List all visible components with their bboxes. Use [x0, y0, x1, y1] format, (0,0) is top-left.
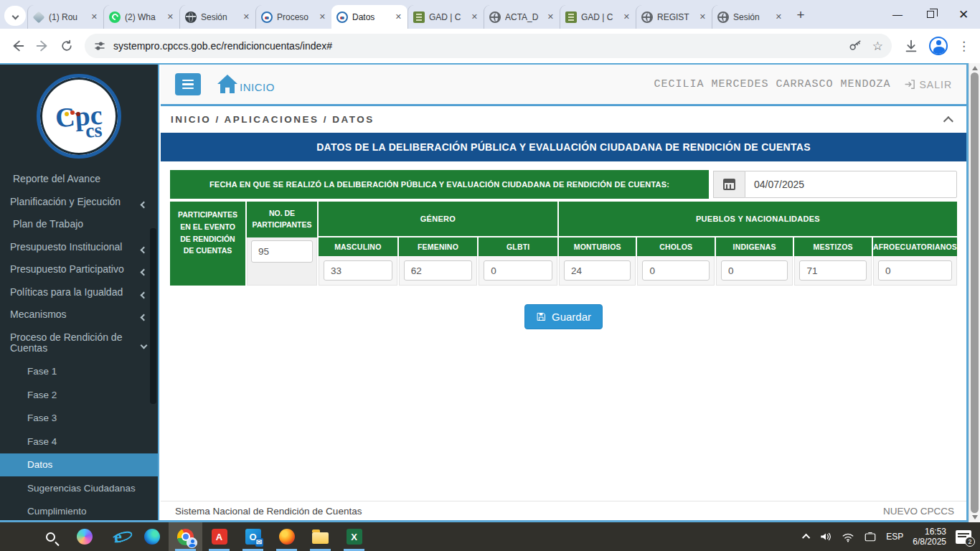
demographic-value-input[interactable] — [878, 260, 952, 281]
demographic-value-input[interactable] — [484, 260, 552, 281]
home-link[interactable]: INICIO — [217, 76, 275, 93]
tab-close-icon[interactable]: ✕ — [166, 12, 174, 22]
profile-avatar[interactable] — [929, 37, 948, 55]
sidebar-item[interactable]: Sugerencias Ciudadanas — [0, 476, 158, 500]
notification-center-icon[interactable]: 2 — [956, 530, 971, 544]
tab-close-icon[interactable]: ✕ — [775, 12, 783, 22]
collapse-chevron-icon[interactable] — [943, 116, 953, 126]
sidebar-item-label: Plan de Trabajo — [13, 218, 83, 230]
demographic-value-input[interactable] — [642, 260, 709, 281]
tab-close-icon[interactable]: ✕ — [699, 12, 707, 22]
calendar-addon[interactable] — [713, 171, 745, 198]
tab-close-icon[interactable]: ✕ — [395, 12, 402, 22]
taskbar-icon[interactable]: O — [236, 522, 270, 551]
save-button[interactable]: Guardar — [524, 304, 603, 329]
password-key-icon[interactable] — [848, 39, 862, 53]
tab-close-icon[interactable]: ✕ — [319, 12, 326, 22]
tab-title: Datos — [352, 12, 390, 22]
restore-icon — [927, 11, 934, 18]
minimize-button[interactable]: — — [881, 0, 914, 29]
time: 16:53 — [925, 527, 946, 537]
logout-button[interactable]: SALIR — [904, 78, 952, 90]
tab-favicon — [489, 11, 501, 23]
sidebar-item[interactable]: Proceso de Rendición de Cuentas — [0, 326, 158, 360]
tab-close-icon[interactable]: ✕ — [471, 12, 479, 22]
sidebar-item[interactable]: Mecanismos — [0, 303, 158, 326]
browser-tab[interactable]: (1) Rou ✕ — [27, 5, 103, 29]
tab-close-icon[interactable]: ✕ — [242, 12, 250, 22]
browser-tab[interactable]: GAD | C ✕ — [560, 5, 636, 29]
sidebar-item[interactable]: Presupuesto Institucional — [0, 236, 158, 259]
taskbar-icon[interactable] — [135, 522, 169, 551]
taskbar-icon[interactable]: e — [101, 522, 135, 551]
tab-title: GAD | C — [429, 12, 466, 22]
sidebar-item[interactable]: Reporte del Avance — [0, 168, 158, 191]
browser-tab[interactable]: ACTA_D ✕ — [484, 5, 560, 29]
taskbar: e A O X ESP 16:53 6/8/2025 2 — [0, 522, 980, 551]
taskbar-clock[interactable]: 16:53 6/8/2025 — [913, 527, 946, 547]
table-cell — [873, 256, 957, 286]
sidebar-scrollbar[interactable] — [150, 228, 156, 404]
hamburger-menu-button[interactable] — [175, 73, 201, 95]
restore-button[interactable] — [914, 0, 947, 29]
sidebar-item[interactable]: Cumplimiento — [0, 500, 158, 524]
demographic-value-input[interactable] — [324, 260, 392, 281]
browser-scrollbar[interactable] — [969, 63, 980, 522]
cast-display-icon[interactable] — [864, 532, 877, 542]
sidebar-item[interactable]: Planificación y Ejecución — [0, 191, 158, 214]
taskbar-icon[interactable]: X — [337, 522, 371, 551]
breadcrumb[interactable]: INICIO / APLICACIONES / DATOS — [171, 114, 374, 125]
demographic-value-input[interactable] — [721, 260, 788, 281]
browser-tab[interactable]: Sesión ✕ — [712, 5, 788, 29]
sidebar-item[interactable]: Fase 3 — [0, 407, 158, 430]
sidebar-item[interactable]: Datos — [0, 453, 158, 477]
bookmark-star-icon[interactable]: ☆ — [872, 39, 883, 54]
scroll-up-arrow[interactable] — [972, 66, 978, 70]
sidebar-item[interactable]: Fase 4 — [0, 430, 158, 453]
taskbar-icon[interactable] — [169, 522, 202, 551]
tab-close-icon[interactable]: ✕ — [90, 12, 98, 22]
scrollbar-thumb[interactable] — [971, 72, 979, 513]
taskbar-icon[interactable] — [0, 522, 34, 551]
sidebar-item[interactable]: Fase 1 — [0, 360, 158, 384]
tab-search-button[interactable] — [4, 6, 26, 26]
web-page: Cpc cs Reporte del Avance Planificación … — [0, 63, 969, 522]
sidebar-item[interactable]: Fase 2 — [0, 383, 158, 407]
participants-total-input[interactable] — [251, 240, 313, 263]
browser-tab[interactable]: Datos ✕ — [331, 5, 407, 29]
taskbar-icon[interactable] — [34, 522, 67, 551]
tab-close-icon[interactable]: ✕ — [623, 12, 631, 22]
tray-chevron-up-icon[interactable] — [802, 534, 810, 542]
tab-close-icon[interactable]: ✕ — [547, 12, 555, 22]
demographic-value-input[interactable] — [799, 260, 866, 281]
url-text[interactable]: systempro.cpccs.gob.ec/rendicioncuentas/… — [113, 40, 841, 52]
download-icon[interactable] — [903, 38, 919, 54]
new-tab-button[interactable]: + — [791, 5, 811, 25]
scroll-down-arrow[interactable] — [972, 515, 978, 519]
language-indicator[interactable]: ESP — [886, 532, 903, 542]
table-column: FEMENINO — [397, 237, 478, 286]
demographic-value-input[interactable] — [564, 260, 631, 281]
wifi-icon[interactable] — [842, 532, 854, 542]
browser-tab[interactable]: Sesión ✕ — [179, 5, 255, 29]
taskbar-icon[interactable] — [303, 522, 337, 551]
browser-tab[interactable]: Proceso ✕ — [255, 5, 331, 29]
taskbar-icon[interactable]: A — [202, 522, 236, 551]
browser-tab[interactable]: GAD | C ✕ — [407, 5, 484, 29]
taskbar-icon[interactable] — [270, 522, 303, 551]
demographic-value-input[interactable] — [404, 260, 473, 281]
back-button[interactable] — [6, 34, 30, 58]
close-button[interactable]: ✕ — [947, 0, 980, 29]
date-input[interactable] — [745, 171, 957, 198]
url-bar[interactable]: systempro.cpccs.gob.ec/rendicioncuentas/… — [85, 34, 892, 58]
refresh-button[interactable] — [55, 34, 79, 58]
browser-tab[interactable]: REGIST ✕ — [636, 5, 712, 29]
browser-tab[interactable]: (2) Wha ✕ — [103, 5, 179, 29]
sidebar-item[interactable]: Políticas para la Igualdad — [0, 281, 158, 304]
forward-button[interactable] — [30, 34, 55, 58]
menu-dots-icon[interactable]: ⋮ — [958, 39, 970, 54]
taskbar-icon[interactable] — [67, 522, 101, 551]
sidebar-item[interactable]: Plan de Trabajo — [0, 213, 158, 236]
sidebar-item[interactable]: Presupuesto Participativo — [0, 258, 158, 281]
volume-icon[interactable] — [819, 531, 832, 542]
